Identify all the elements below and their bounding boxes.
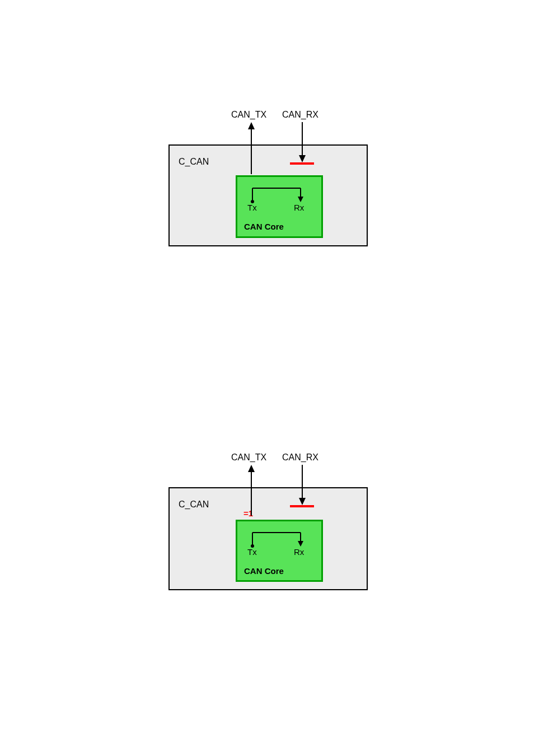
- arrows-bottom: [0, 0, 392, 616]
- svg-marker-18: [299, 498, 306, 505]
- svg-marker-16: [248, 465, 255, 472]
